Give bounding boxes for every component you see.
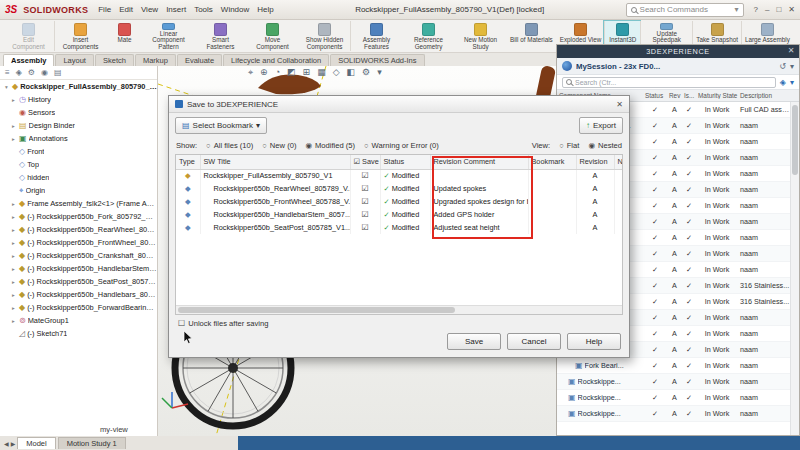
save-checkbox[interactable]: ☑ — [350, 182, 380, 195]
ribbon-button[interactable]: Mate — [106, 21, 142, 51]
displaymanager-tab-icon[interactable]: ▤ — [54, 68, 62, 77]
cancel-button[interactable]: Cancel — [507, 333, 561, 350]
ribbon-button[interactable]: Linear Component Pattern — [142, 21, 194, 51]
expand-arrow-icon[interactable]: ▸ — [10, 240, 17, 246]
tree-item[interactable]: ▸ ◆ Frame Assembly_fslk2<1> (Frame Asse.… — [0, 197, 157, 210]
command-search-input[interactable]: Search Commands ▾ — [626, 3, 744, 17]
featuremanager-tab-icon[interactable]: ≡ — [5, 68, 10, 77]
expand-arrow-icon[interactable]: ▸ — [10, 318, 17, 324]
view-orientation-icon[interactable]: ⊞ — [303, 67, 311, 78]
ribbon-button[interactable]: Bill of Materials — [506, 21, 556, 51]
tree-item[interactable]: ◇ hidden — [0, 171, 157, 184]
panel-column-header[interactable]: Description — [738, 92, 790, 99]
tab-scroll-right-icon[interactable]: ▶ — [11, 440, 16, 447]
column-header[interactable]: SW Title — [200, 155, 350, 169]
tree-item[interactable]: ▸ ◆ (-) Rockskipper650b_FrontWheel_80578… — [0, 236, 157, 249]
tag-icon[interactable]: ◈ — [780, 78, 786, 87]
tree-item[interactable]: ◉ Sensors — [0, 106, 157, 119]
tree-item[interactable]: ◇ Front — [0, 145, 157, 158]
component-row[interactable]: ▣ Rockskippe... ✓ A ✓ In Work naam — [557, 406, 790, 422]
tree-item[interactable]: ◇ Top — [0, 158, 157, 171]
minimize-button[interactable]: – — [765, 5, 769, 14]
close-button[interactable]: ✕ — [788, 5, 795, 14]
column-header[interactable]: Bookmark — [528, 155, 576, 169]
table-row[interactable]: ◆ Rockskipper650b_FrontWheel_805788_V...… — [176, 195, 623, 208]
tree-item[interactable]: ▾ ◆ Rockskipper_FullAssembly_805790_V1 (… — [0, 80, 157, 93]
save-checkbox[interactable]: ☑ — [350, 221, 380, 234]
help-icon[interactable]: ? — [754, 5, 758, 14]
commandmanager-tab[interactable]: Lifecycle and Collaboration — [223, 54, 329, 66]
component-row[interactable]: ▣ Fork Beari... ✓ A ✓ In Work naam — [557, 358, 790, 374]
tree-item[interactable]: ▸ ◷ History — [0, 93, 157, 106]
commandmanager-tab[interactable]: Markup — [135, 54, 176, 66]
dimxpertmanager-tab-icon[interactable]: ◉ — [41, 68, 48, 77]
filter-radio[interactable]: ◉ Modified (5) — [305, 141, 355, 150]
document-tab[interactable]: Motion Study 1 — [58, 437, 126, 449]
revision-comment[interactable]: Upgraded spokes design for bett... — [430, 195, 528, 208]
menu-item[interactable]: Window — [221, 5, 249, 14]
tree-item[interactable]: ◿ (-) Sketch71 — [0, 327, 157, 340]
tree-item[interactable]: ▸ ◆ (-) Rockskipper650b_SeatPost_805785_… — [0, 275, 157, 288]
panel-column-header[interactable]: Rev — [667, 92, 682, 99]
ribbon-button[interactable]: Smart Fasteners — [194, 21, 246, 51]
table-row[interactable]: ◆ Rockskipper650b_HandlebarStem_8057... … — [176, 208, 623, 221]
ribbon-button[interactable]: Show Hidden Components — [298, 21, 350, 51]
vertical-scrollbar[interactable] — [790, 102, 799, 435]
tree-item[interactable]: ▸ ⊚ MateGroup1 — [0, 314, 157, 327]
ribbon-button[interactable]: Assembly Features — [350, 21, 402, 51]
expand-arrow-icon[interactable]: ▸ — [10, 279, 17, 285]
document-tab[interactable]: Model — [17, 437, 55, 449]
expand-arrow-icon[interactable]: ▸ — [10, 136, 17, 142]
menu-item[interactable]: View — [141, 5, 158, 14]
save-button[interactable]: Save — [447, 333, 501, 350]
dialog-titlebar[interactable]: Save to 3DEXPERIENCE ✕ — [169, 96, 629, 113]
commandmanager-tab[interactable]: Layout — [55, 54, 94, 66]
table-row[interactable]: ◆ Rockskipper650b_SeatPost_805785_V1... … — [176, 221, 623, 234]
revision-comment[interactable]: Added GPS holder — [430, 208, 528, 221]
panel-close-icon[interactable]: ✕ — [788, 46, 795, 55]
panel-column-header[interactable]: Is... — [682, 92, 696, 99]
expand-arrow-icon[interactable]: ▸ — [10, 253, 17, 259]
menu-item[interactable]: Insert — [166, 5, 186, 14]
component-row[interactable]: ▣ Rockskippe... ✓ A ✓ In Work naam — [557, 390, 790, 406]
panel-column-header[interactable]: Status — [643, 92, 667, 99]
menu-item[interactable]: File — [98, 5, 111, 14]
filter-radio[interactable]: ○ New (0) — [262, 141, 296, 150]
filter-radio[interactable]: ○ All files (10) — [206, 141, 253, 150]
column-header[interactable]: Status — [380, 155, 430, 169]
propertymanager-tab-icon[interactable]: ◈ — [16, 68, 22, 77]
tree-item[interactable]: ▸ ◆ (-) Rockskipper650b_Fork_805792_V1_f… — [0, 210, 157, 223]
select-bookmark-button[interactable]: ▤ Select Bookmark ▾ — [175, 117, 267, 134]
hide-show-icon[interactable]: ◇ — [333, 67, 340, 78]
previous-view-icon[interactable]: ◔ — [275, 67, 280, 78]
column-header[interactable]: New Revision — [614, 155, 623, 169]
expand-arrow-icon[interactable]: ▸ — [10, 123, 17, 129]
chevron-down-icon[interactable]: ▾ — [377, 67, 382, 78]
ribbon-button[interactable]: Edit Component — [2, 21, 54, 51]
dialog-close-icon[interactable]: ✕ — [616, 100, 623, 109]
save-checkbox[interactable]: ☑ — [350, 169, 380, 182]
revision-comment[interactable]: Updated spokes — [430, 182, 528, 195]
column-header[interactable]: Revision Comment — [430, 155, 528, 169]
new-revision-checkbox[interactable]: ☐ — [614, 169, 623, 182]
ribbon-button[interactable]: New Motion Study — [454, 21, 506, 51]
zoom-fit-icon[interactable]: ⌖ — [248, 67, 253, 78]
appearance-icon[interactable]: ◧ — [347, 67, 356, 78]
tree-item[interactable]: ▸ ◆ (-) Rockskipper650b_Handlebars_80578… — [0, 288, 157, 301]
tree-item[interactable]: ▸ ▣ Annotations — [0, 132, 157, 145]
horizontal-scrollbar[interactable] — [176, 305, 622, 314]
ribbon-button[interactable]: Insert Components — [54, 21, 106, 51]
section-view-icon[interactable]: ◩ — [287, 67, 296, 78]
commandmanager-tab[interactable]: SOLIDWORKS Add-Ins — [330, 54, 424, 66]
ribbon-button[interactable]: Move Component — [246, 21, 298, 51]
refresh-icon[interactable]: ↺ — [779, 62, 786, 71]
display-style-icon[interactable]: ▦ — [317, 67, 326, 78]
expand-arrow-icon[interactable]: ▸ — [10, 214, 17, 220]
tree-item[interactable]: ⌖ Origin — [0, 184, 157, 197]
unlock-files-checkbox[interactable]: ☐ Unlock files after saving — [178, 319, 268, 328]
expand-arrow-icon[interactable]: ▸ — [10, 201, 17, 207]
menu-item[interactable]: Tools — [194, 5, 213, 14]
tree-item[interactable]: ▸ ▤ Design Binder — [0, 119, 157, 132]
ribbon-button[interactable]: Reference Geometry — [402, 21, 454, 51]
column-header[interactable]: ☑ Save — [350, 155, 380, 169]
